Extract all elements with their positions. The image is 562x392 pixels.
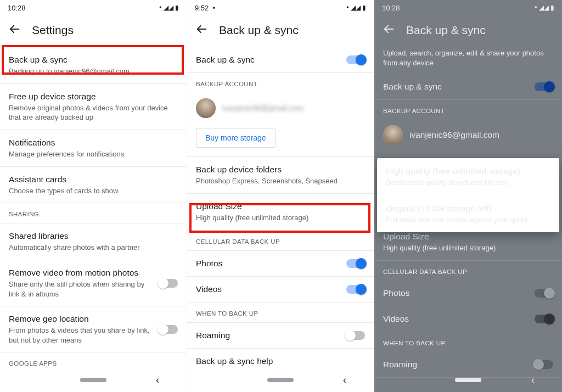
- nav-home-pill[interactable]: [455, 378, 481, 382]
- panel-upload-size-dialog: 10:28 • ◢◢ ▮ Back up & sync Upload, sear…: [374, 0, 562, 392]
- item-notifications[interactable]: Notifications Manage preferences for not…: [0, 130, 187, 167]
- item-cell-videos[interactable]: Videos: [187, 277, 374, 303]
- avatar: [196, 98, 216, 118]
- item-sub: Backing up to ivanjenic96@gmail.com: [9, 66, 178, 76]
- status-time: 10:28: [8, 4, 26, 12]
- section-backup-account: BACKUP ACCOUNT: [374, 100, 562, 120]
- status-icons: • ◢◢ ▮: [159, 4, 179, 12]
- back-icon[interactable]: [383, 23, 395, 37]
- item-remove-video[interactable]: Remove video from motion photos Share on…: [0, 260, 187, 306]
- nav-back-icon[interactable]: ‹: [156, 374, 159, 386]
- item-backup-sync[interactable]: Back up & sync Backing up to ivanjenic96…: [0, 47, 187, 84]
- nav-home-pill[interactable]: [80, 378, 106, 382]
- section-cellular: CELLULAR DATA BACK UP: [374, 261, 562, 281]
- panel-backup-sync: 9:52 • • ◢◢ ▮ Back up & sync Back up & s…: [187, 0, 374, 392]
- item-roaming[interactable]: Roaming: [187, 322, 374, 349]
- toggle-cell-videos[interactable]: [346, 285, 365, 294]
- item-assistant-cards[interactable]: Assistant cards Choose the types of card…: [0, 167, 187, 204]
- section-cellular: CELLULAR DATA BACK UP: [187, 231, 374, 250]
- toggle-backup-sync[interactable]: [346, 55, 365, 64]
- section-when: WHEN TO BACK UP: [187, 303, 374, 322]
- account-row: ivanjenic96@gmail.com: [374, 120, 562, 153]
- item-backup-sync-toggle[interactable]: Back up & sync: [187, 47, 374, 73]
- item-cell-photos: Photos: [374, 281, 562, 306]
- item-cell-videos: Videos: [374, 306, 562, 332]
- account-row[interactable]: ivanjenic96@gmail.com: [187, 93, 374, 126]
- toggle-cell-videos: [535, 315, 553, 323]
- back-icon[interactable]: [196, 23, 208, 37]
- back-icon[interactable]: [9, 23, 21, 37]
- toggle-roaming[interactable]: [346, 331, 365, 340]
- status-icons: • ◢◢ ▮: [346, 4, 366, 12]
- nav-bar: ‹: [187, 368, 374, 392]
- item-upload-size[interactable]: Upload Size High quality (free unlimited…: [187, 194, 374, 231]
- option-original[interactable]: Original (12 GB storage left) Full resol…: [377, 195, 559, 233]
- toggle-remove-geo[interactable]: [159, 325, 178, 334]
- nav-bar: ‹: [374, 368, 562, 392]
- item-backup-sync-toggle: Back up & sync: [374, 74, 562, 100]
- account-email: ivanjenic96@gmail.com: [222, 104, 304, 113]
- status-time: 9:52: [195, 4, 209, 12]
- item-device-folders[interactable]: Back up device folders Photoshop Express…: [187, 157, 374, 194]
- nav-back-icon[interactable]: ‹: [343, 374, 346, 386]
- nav-bar: ‹: [0, 368, 187, 392]
- intro-text: Upload, search, organize, edit & share y…: [383, 48, 553, 68]
- option-high-quality[interactable]: High quality (free unlimited storage) Gr…: [377, 158, 559, 195]
- avatar: [383, 125, 403, 145]
- page-title: Settings: [32, 24, 74, 37]
- toggle-remove-video[interactable]: [159, 279, 178, 288]
- nav-back-icon[interactable]: ‹: [531, 374, 535, 386]
- account-email: ivanjenic96@gmail.com: [409, 130, 499, 141]
- status-bar: 9:52 • • ◢◢ ▮: [187, 0, 374, 15]
- section-when: WHEN TO BACK UP: [374, 332, 562, 352]
- toggle-cell-photos: [535, 289, 553, 298]
- panel-settings: 10:28 • ◢◢ ▮ Settings Back up & sync Bac…: [0, 0, 187, 392]
- item-shared-libraries[interactable]: Shared libraries Automatically share pho…: [0, 223, 187, 260]
- status-bar: 10:28 • ◢◢ ▮: [0, 0, 187, 15]
- item-title: Back up & sync: [9, 54, 178, 65]
- status-icons: • ◢◢ ▮: [535, 4, 554, 12]
- toggle-cell-photos[interactable]: [346, 259, 365, 268]
- status-bar: 10:28 • ◢◢ ▮: [374, 0, 562, 15]
- item-free-up-storage[interactable]: Free up device storage Remove original p…: [0, 84, 187, 130]
- item-cell-photos[interactable]: Photos: [187, 250, 374, 277]
- page-title: Back up & sync: [406, 24, 486, 37]
- section-sharing: SHARING: [0, 203, 187, 223]
- status-time: 10:28: [382, 4, 400, 12]
- section-backup-account: BACKUP ACCOUNT: [187, 73, 374, 93]
- item-remove-geo[interactable]: Remove geo location From photos & videos…: [0, 306, 187, 352]
- nav-home-pill[interactable]: [267, 378, 294, 382]
- buy-more-storage-button[interactable]: Buy more storage: [196, 128, 276, 148]
- page-title: Back up & sync: [219, 24, 299, 37]
- upload-size-dialog: High quality (free unlimited storage) Gr…: [377, 158, 559, 232]
- toggle-backup-sync: [535, 82, 553, 91]
